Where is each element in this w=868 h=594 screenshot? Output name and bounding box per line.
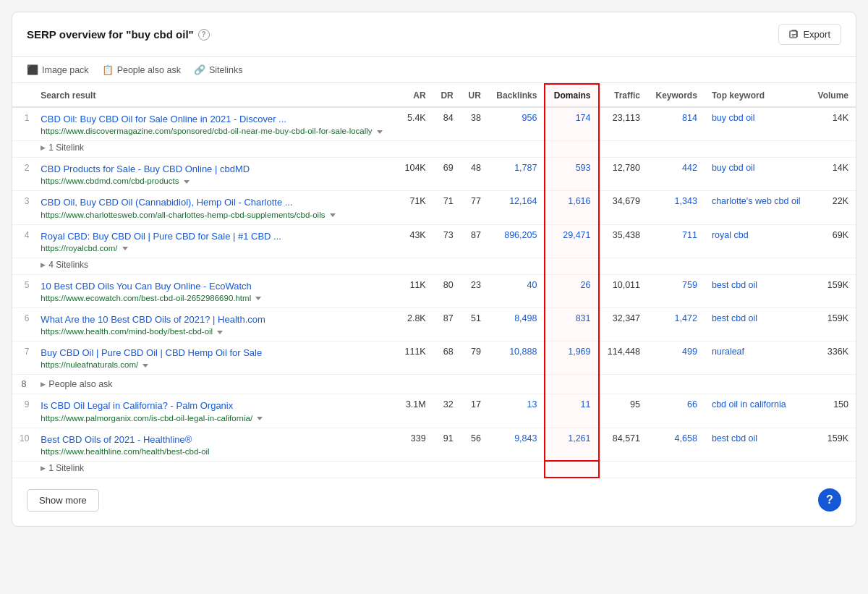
feature-image-pack[interactable]: ⬛ Image pack [27,64,89,75]
export-button[interactable]: Export [778,24,841,45]
result-cell: CBD Oil, Buy CBD Oil (Cannabidiol), Hemp… [33,191,396,224]
header-title-group: SERP overview for "buy cbd oil" ? [27,28,210,41]
traffic-cell: 10,011 [599,274,647,307]
result-title-link[interactable]: CBD Oil: Buy CBD Oil for Sale Online in … [41,114,286,124]
url-dropdown-arrow[interactable] [255,297,261,300]
ur-cell: 38 [461,107,488,141]
backlinks-cell: 896,205 [488,224,545,258]
sitelink-label: ▶ 1 Sitelink [41,463,389,473]
result-title-link[interactable]: CBD Products for Sale - Buy CBD Online |… [41,164,250,174]
ar-cell: 43K [397,224,433,258]
url-dropdown-arrow[interactable] [142,364,148,368]
url-dropdown-arrow[interactable] [122,247,128,250]
col-ur: UR [461,84,488,107]
sl-ar [397,461,433,478]
results-table-container: Search result AR DR UR Backlinks Domains… [12,83,856,478]
rank-cell: 2 [12,158,33,191]
url-dropdown-arrow[interactable] [330,213,336,217]
ur-cell: 51 [461,307,488,341]
show-more-button[interactable]: Show more [27,489,99,512]
result-title-link[interactable]: Best CBD Oils of 2021 - Healthline® [41,434,192,445]
col-volume: Volume [809,84,856,107]
keywords-cell: 1,472 [647,307,705,341]
backlinks-cell: 40 [488,274,545,307]
col-ar: AR [397,84,433,107]
table-row: 6 What Are the 10 Best CBD Oils of 2021?… [12,307,856,341]
result-title-link[interactable]: CBD Oil, Buy CBD Oil (Cannabidiol), Hemp… [41,197,292,208]
traffic-cell: 32,347 [599,307,647,341]
url-dropdown-arrow[interactable] [377,130,383,134]
result-title-link[interactable]: What Are the 10 Best CBD Oils of 2021? |… [41,314,265,325]
empty-traffic [599,375,647,394]
help-button[interactable]: ? [818,488,841,512]
ur-cell: 79 [461,341,488,375]
people-also-ask-label: ▶ People also ask [41,379,453,389]
empty-keywords [647,375,705,394]
dr-cell: 71 [433,191,461,224]
keywords-cell: 814 [647,107,705,141]
table-row: 2 CBD Products for Sale - Buy CBD Online… [12,158,856,191]
expand-icon[interactable]: ▶ [41,381,46,388]
result-title-link[interactable]: 10 Best CBD Oils You Can Buy Online - Ec… [41,281,251,292]
sitelink-row: ▶ 4 Sitelinks [12,258,856,274]
sitelink-expand-icon[interactable]: ▶ [41,464,46,472]
dr-cell: 91 [433,428,461,461]
sitelink-rank-empty [12,461,33,478]
url-dropdown-arrow[interactable] [184,180,190,184]
top-keyword-cell: best cbd oil [705,307,809,341]
domains-cell: 1,969 [545,341,598,375]
feature-people-also-ask[interactable]: 📋 People also ask [102,64,181,75]
result-cell: Royal CBD: Buy CBD Oil | Pure CBD for Sa… [33,224,396,258]
rank-cell: 6 [12,307,33,341]
ur-cell: 17 [461,394,488,428]
rank-cell: 8 [12,375,33,394]
sl-vol [809,141,856,158]
top-keyword-cell: buy cbd oil [705,158,809,191]
sitelink-row: ▶ 1 Sitelink [12,141,856,158]
domains-cell: 11 [545,394,598,428]
volume-cell: 159K [809,428,856,461]
result-title-link[interactable]: Is CBD Oil Legal in California? - Palm O… [41,400,233,411]
result-cell: CBD Oil: Buy CBD Oil for Sale Online in … [33,107,396,141]
ur-cell: 56 [461,428,488,461]
url-dropdown-arrow[interactable] [257,417,263,420]
dr-cell: 87 [433,307,461,341]
ar-cell: 2.8K [397,307,433,341]
ar-cell: 3.1M [397,394,433,428]
keywords-cell: 4,658 [647,428,705,461]
empty-ar [461,375,488,394]
table-row: 3 CBD Oil, Buy CBD Oil (Cannabidiol), He… [12,191,856,224]
sitelink-cell: ▶ 1 Sitelink [33,141,396,158]
feature-sitelinks[interactable]: 🔗 Sitelinks [194,64,243,75]
url-dropdown-arrow[interactable] [217,331,223,334]
people-also-ask-cell: ▶ People also ask [33,375,460,394]
sl-bl [488,461,545,478]
title-help-icon[interactable]: ? [198,29,210,41]
col-traffic: Traffic [599,84,647,107]
result-title-link[interactable]: Buy CBD Oil | Pure CBD Oil | CBD Hemp Oi… [41,347,262,358]
empty-topkw [705,375,809,394]
col-dr: DR [433,84,461,107]
col-rank [12,84,33,107]
sitelink-rank-empty [12,141,33,158]
result-title-link[interactable]: Royal CBD: Buy CBD Oil | Pure CBD for Sa… [41,231,281,242]
result-cell: CBD Products for Sale - Buy CBD Online |… [33,158,396,191]
serp-features-bar: ⬛ Image pack 📋 People also ask 🔗 Sitelin… [12,57,856,83]
col-keywords: Keywords [647,84,705,107]
ar-cell: 5.4K [397,107,433,141]
volume-cell: 159K [809,274,856,307]
result-url: https://nuleafnaturals.com/ [41,360,389,369]
image-pack-icon: ⬛ [27,64,38,75]
result-cell: Is CBD Oil Legal in California? - Palm O… [33,394,396,428]
sitelink-expand-icon[interactable]: ▶ [41,261,46,268]
domains-cell: 26 [545,274,598,307]
backlinks-cell: 1,787 [488,158,545,191]
result-url: https://www.health.com/mind-body/best-cb… [41,327,389,336]
volume-cell: 14K [809,158,856,191]
dr-cell: 84 [433,107,461,141]
result-url: https://www.cbdmd.com/cbd-products [41,177,389,185]
sitelink-label: ▶ 1 Sitelink [41,143,389,153]
sitelink-expand-icon[interactable]: ▶ [41,144,46,151]
ar-cell: 104K [397,158,433,191]
dr-cell: 69 [433,158,461,191]
